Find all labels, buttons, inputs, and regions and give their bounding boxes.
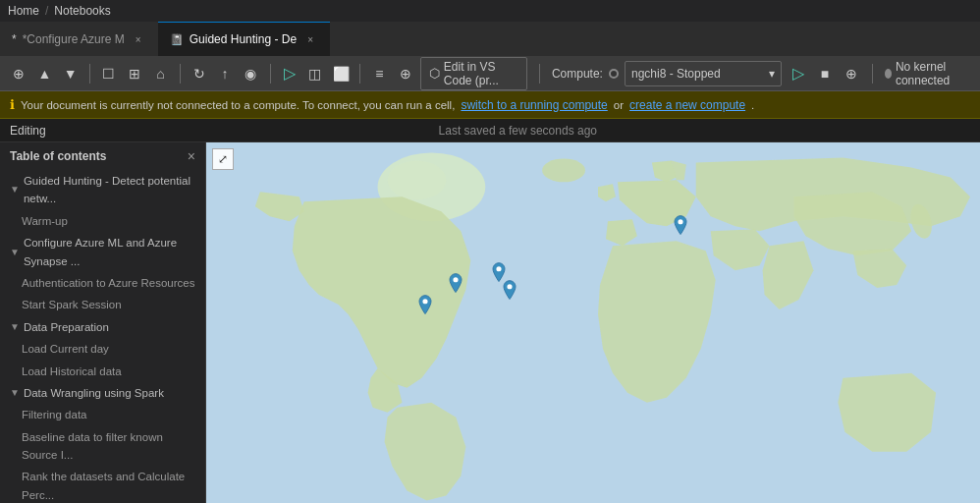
tab-notebook-icon: 📓: [170, 33, 184, 46]
toc-item-filtering[interactable]: Filtering data: [0, 404, 205, 425]
compute-section: Compute: ngchi8 - Stopped ▾: [552, 61, 782, 86]
svg-point-4: [542, 158, 585, 182]
toolbar-btn-cells[interactable]: ◫: [304, 61, 326, 86]
info-text-end: .: [751, 99, 754, 111]
compute-chevron-icon: ▾: [769, 67, 775, 81]
map-pin-1[interactable]: [415, 294, 435, 317]
run-cell-button[interactable]: ▷: [789, 61, 808, 86]
toolbar-btn-plus[interactable]: ⊕: [395, 61, 416, 86]
vscode-icon: ⬡: [429, 66, 440, 81]
map-expand-button[interactable]: ⤢: [212, 148, 234, 170]
toolbar-btn-home[interactable]: ⌂: [149, 61, 171, 86]
toc-arrow-icon: ▼: [10, 182, 20, 197]
top-bar: Home / Notebooks: [0, 0, 980, 22]
toc-item-label: Guided Hunting - Detect potential netw..…: [24, 172, 195, 208]
toc-item-rank[interactable]: Rank the datasets and Calculate Perc...: [0, 466, 205, 503]
toc-item-data-wrangling[interactable]: ▼ Data Wrangling using Spark: [0, 382, 205, 404]
tab-guided-hunting-label: Guided Hunting - De: [190, 32, 297, 46]
info-icon: ℹ: [10, 97, 15, 112]
compute-value: ngchi8 - Stopped: [631, 67, 721, 81]
edit-in-vscode-button[interactable]: ⬡ Edit in VS Code (pr...: [420, 57, 527, 90]
info-bar: ℹ Your document is currently not connect…: [0, 91, 980, 119]
toolbar-separator-3: [270, 64, 271, 84]
toolbar-separator-2: [180, 64, 181, 84]
compute-dropdown[interactable]: ngchi8 - Stopped ▾: [625, 61, 782, 86]
kernel-dot: [885, 69, 892, 79]
world-map: [206, 142, 980, 503]
toc-item-label-2: Configure Azure ML and Azure Synapse ...: [24, 234, 195, 270]
svg-point-5: [422, 299, 427, 304]
toolbar-btn-more[interactable]: ≡: [368, 61, 390, 86]
toolbar-separator-6: [872, 64, 873, 84]
map-pin-5[interactable]: [671, 214, 690, 238]
svg-point-9: [678, 220, 682, 225]
interrupt-button[interactable]: ■: [816, 61, 835, 86]
tab-configure-azure-close[interactable]: ×: [131, 31, 146, 47]
toc-item-data-prep[interactable]: ▼ Data Preparation: [0, 316, 205, 338]
toc-item-warmup[interactable]: Warm-up: [0, 210, 205, 232]
toc-item-configure-azure[interactable]: ▼ Configure Azure ML and Azure Synapse .…: [0, 232, 205, 272]
editing-bar: Editing Last saved a few seconds ago: [0, 119, 980, 142]
add-cell-button[interactable]: ⊕: [842, 61, 860, 86]
toolbar-separator-4: [359, 64, 360, 84]
toolbar-btn-up[interactable]: ▲: [33, 61, 55, 86]
tab-guided-hunting-close[interactable]: ×: [302, 31, 318, 47]
tab-bar: * *Configure Azure M × 📓 Guided Hunting …: [0, 22, 980, 56]
toc-title: Table of contents: [10, 149, 106, 163]
toc-item-load-historical[interactable]: Load Historical data: [0, 361, 205, 382]
toc-item-spark-session[interactable]: Start Spark Session: [0, 294, 205, 315]
toc-item-baseline[interactable]: Baseline data to filter known Source I..…: [0, 426, 205, 467]
map-pin-2[interactable]: [446, 272, 465, 296]
toolbar: ⊕ ▲ ▼ ☐ ⊞ ⌂ ↻ ↑ ◉ ▷ ◫ ⬜ ≡ ⊕ ⬡ Edit in VS…: [0, 56, 980, 91]
toolbar-btn-grid[interactable]: ⊞: [124, 61, 145, 86]
toolbar-separator-1: [89, 64, 90, 84]
no-kernel-label: No kernel connected: [896, 60, 972, 87]
toc-arrow-icon-3: ▼: [10, 319, 20, 335]
map-area: ⤢: [206, 142, 980, 503]
toc-header: Table of contents ×: [0, 142, 205, 170]
toolbar-btn-run[interactable]: ▷: [278, 61, 299, 86]
editing-label: Editing: [10, 124, 46, 138]
create-compute-link[interactable]: create a new compute: [629, 98, 745, 112]
notebooks-link[interactable]: Notebooks: [54, 4, 110, 18]
tab-configure-azure-label: *Configure Azure M: [23, 32, 125, 46]
toolbar-separator-5: [539, 64, 540, 84]
toolbar-btn-square[interactable]: ☐: [98, 61, 120, 86]
toolbar-btn-arrow[interactable]: ↑: [214, 61, 236, 86]
svg-point-7: [496, 266, 501, 271]
edit-in-vscode-label: Edit in VS Code (pr...: [444, 60, 518, 87]
info-text-or: or: [614, 99, 624, 111]
switch-compute-link[interactable]: switch to a running compute: [461, 98, 607, 112]
toolbar-btn-refresh[interactable]: ↻: [189, 61, 210, 86]
compute-status-dot: [609, 69, 619, 79]
tab-configure-azure[interactable]: * *Configure Azure M ×: [0, 22, 158, 56]
svg-point-2: [388, 160, 447, 199]
map-pin-4[interactable]: [500, 279, 519, 303]
toc-arrow-icon-2: ▼: [10, 245, 20, 260]
main-content: Table of contents × ▼ Guided Hunting - D…: [0, 142, 980, 503]
toc-item-load-current[interactable]: Load Current day: [0, 338, 205, 360]
toc-item-guided-hunting[interactable]: ▼ Guided Hunting - Detect potential netw…: [0, 170, 205, 210]
toc-item-label-4: Data Wrangling using Spark: [24, 384, 164, 402]
toolbar-right: ⬡ Edit in VS Code (pr... Compute: ngchi8…: [420, 57, 972, 90]
toc-item-auth[interactable]: Authentication to Azure Resources: [0, 272, 205, 294]
svg-point-6: [454, 277, 459, 282]
toc-arrow-icon-4: ▼: [10, 385, 20, 401]
toc-item-label-3: Data Preparation: [24, 318, 109, 336]
svg-point-8: [508, 285, 513, 290]
info-text: Your document is currently not connected…: [21, 99, 455, 111]
toolbar-btn-down[interactable]: ▼: [60, 61, 82, 86]
sidebar-toc: Table of contents × ▼ Guided Hunting - D…: [0, 142, 206, 503]
toolbar-btn-save[interactable]: ◉: [240, 61, 261, 86]
home-link[interactable]: Home: [8, 4, 39, 18]
toc-close-button[interactable]: ×: [188, 148, 195, 164]
toolbar-btn-add[interactable]: ⊕: [8, 61, 29, 86]
toolbar-btn-box[interactable]: ⬜: [330, 61, 352, 86]
compute-label: Compute:: [552, 67, 603, 81]
no-kernel-section: No kernel connected: [885, 60, 972, 87]
saved-label: Last saved a few seconds ago: [439, 124, 597, 138]
tab-guided-hunting[interactable]: 📓 Guided Hunting - De ×: [158, 22, 330, 56]
